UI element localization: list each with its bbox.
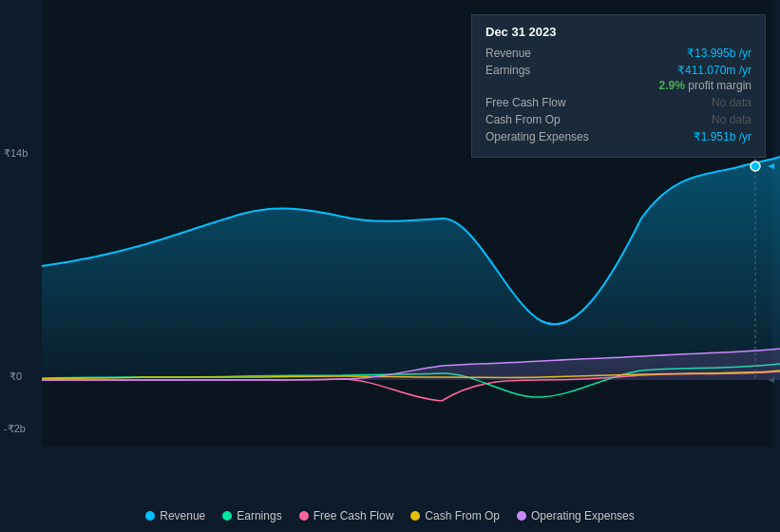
legend-dot-fcf	[299, 511, 309, 521]
tooltip-value-fcf: No data	[712, 96, 751, 109]
legend-item-revenue[interactable]: Revenue	[145, 509, 205, 522]
svg-point-2	[751, 162, 760, 171]
legend-item-earnings[interactable]: Earnings	[222, 509, 281, 522]
legend-item-fcf[interactable]: Free Cash Flow	[299, 509, 394, 522]
legend-dot-cashfromop	[410, 511, 420, 521]
tooltip-label-opex: Operating Expenses	[485, 130, 599, 143]
tooltip-row-revenue: Revenue ₹13.995b /yr	[485, 47, 751, 60]
chart-area: ₹14b ₹0 -₹2b 2014 2015 2016 2017 2018 20…	[0, 0, 780, 484]
tooltip-label-fcf: Free Cash Flow	[485, 96, 599, 109]
tooltip-profit-margin: 2.9% profit margin	[659, 79, 751, 92]
tooltip-label-cashfromop: Cash From Op	[485, 113, 599, 126]
tooltip-profit-margin-row: 2.9% profit margin	[485, 79, 751, 92]
tooltip-row-opex: Operating Expenses ₹1.951b /yr	[485, 130, 751, 143]
legend-label-earnings: Earnings	[237, 509, 281, 522]
tooltip-row-earnings: Earnings ₹411.070m /yr	[485, 64, 751, 77]
tooltip-row-fcf: Free Cash Flow No data	[485, 96, 751, 109]
tooltip-label-revenue: Revenue	[485, 47, 599, 60]
legend-label-opex: Operating Expenses	[531, 509, 635, 522]
tooltip-value-opex: ₹1.951b /yr	[694, 130, 751, 143]
tooltip-value-cashfromop: No data	[712, 113, 751, 126]
legend: Revenue Earnings Free Cash Flow Cash Fro…	[0, 509, 780, 522]
legend-dot-opex	[517, 511, 526, 521]
tooltip-row-cashfromop: Cash From Op No data	[485, 113, 751, 126]
tooltip-label-earnings: Earnings	[485, 64, 599, 77]
legend-label-cashfromop: Cash From Op	[425, 509, 500, 522]
legend-dot-revenue	[145, 511, 155, 521]
legend-item-cashfromop[interactable]: Cash From Op	[410, 509, 500, 522]
tooltip-value-earnings: ₹411.070m /yr	[677, 64, 751, 77]
legend-label-fcf: Free Cash Flow	[314, 509, 394, 522]
legend-label-revenue: Revenue	[160, 509, 205, 522]
legend-dot-earnings	[222, 511, 232, 521]
tooltip-value-revenue: ₹13.995b /yr	[687, 47, 751, 60]
tooltip-box: Dec 31 2023 Revenue ₹13.995b /yr Earning…	[471, 14, 766, 158]
tooltip-date: Dec 31 2023	[485, 25, 751, 39]
legend-item-opex[interactable]: Operating Expenses	[517, 509, 635, 522]
